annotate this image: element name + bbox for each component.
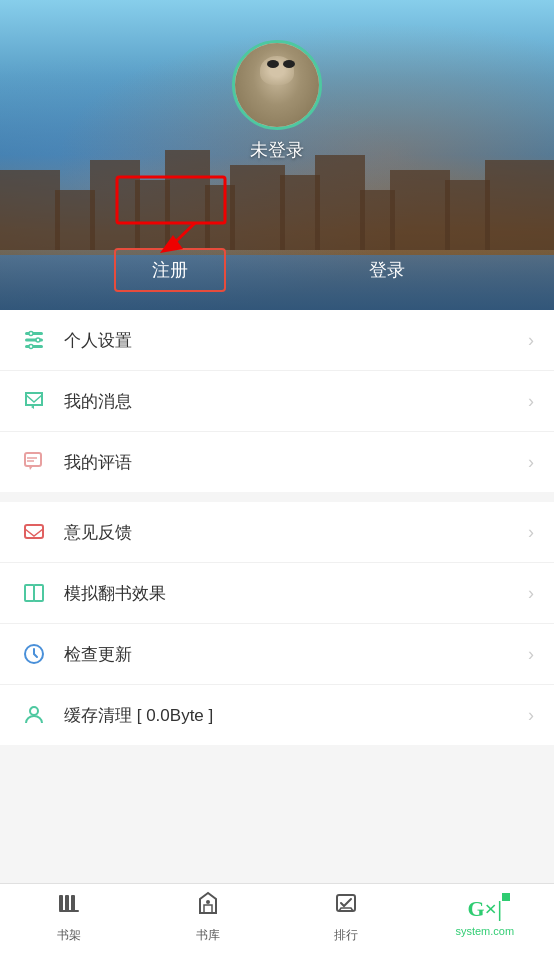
ranking-tab-label: 排行 [334, 927, 358, 944]
arrow-icon-6: › [528, 644, 534, 665]
login-button[interactable]: 登录 [333, 248, 441, 292]
library-tab-label: 书库 [196, 927, 220, 944]
menu-item-cache-clear[interactable]: 缓存清理 [ 0.0Byte ] › [0, 685, 554, 745]
menu-section-1: 个人设置 › 我的消息 › 我的评语 › [0, 310, 554, 492]
svg-point-7 [36, 338, 40, 342]
auth-buttons-area: 注册 登录 [0, 248, 554, 292]
tab-library[interactable]: 书库 [139, 889, 278, 944]
library-icon [194, 889, 222, 924]
tab-profile[interactable]: G×| system.com [416, 896, 555, 937]
avatar-image [235, 43, 319, 127]
menu-section-2: 意见反馈 › 模拟翻书效果 › 检查更新 › [0, 502, 554, 745]
personal-settings-label: 个人设置 [64, 329, 528, 352]
register-button[interactable]: 注册 [114, 248, 226, 292]
username-label: 未登录 [250, 138, 304, 162]
book-icon [20, 579, 48, 607]
menu-item-my-messages[interactable]: 我的消息 › [0, 371, 554, 432]
svg-rect-18 [59, 910, 79, 912]
bookshelf-tab-label: 书架 [57, 927, 81, 944]
svg-rect-5 [25, 345, 43, 348]
feedback-label: 意见反馈 [64, 521, 528, 544]
svg-rect-16 [65, 895, 69, 911]
feedback-icon [20, 518, 48, 546]
svg-rect-17 [71, 895, 75, 911]
cache-clear-label: 缓存清理 [ 0.0Byte ] [64, 704, 528, 727]
hero-section: 未登录 注册 登录 [0, 0, 554, 310]
svg-rect-15 [59, 895, 63, 911]
arrow-icon-1: › [528, 330, 534, 351]
svg-point-14 [30, 707, 38, 715]
tabbar: 书架 书库 排行 G×| system.com [0, 883, 554, 953]
clock-icon [20, 640, 48, 668]
arrow-icon-2: › [528, 391, 534, 412]
svg-rect-9 [25, 453, 41, 466]
tab-bookshelf[interactable]: 书架 [0, 889, 139, 944]
check-update-label: 检查更新 [64, 643, 528, 666]
arrow-icon-4: › [528, 522, 534, 543]
bookshelf-icon [55, 889, 83, 924]
comment-icon [20, 448, 48, 476]
menu-item-personal-settings[interactable]: 个人设置 › [0, 310, 554, 371]
avatar[interactable] [232, 40, 322, 130]
menu-area: 个人设置 › 我的消息 › 我的评语 › [0, 310, 554, 883]
svg-point-19 [206, 900, 210, 904]
gx-logo-text: G×| [468, 896, 503, 921]
menu-item-my-comments[interactable]: 我的评语 › [0, 432, 554, 492]
ranking-icon [332, 889, 360, 924]
avatar-area: 未登录 [232, 40, 322, 162]
menu-item-check-update[interactable]: 检查更新 › [0, 624, 554, 685]
gx-dot [502, 893, 510, 901]
arrow-icon-3: › [528, 452, 534, 473]
svg-point-8 [29, 345, 33, 349]
svg-rect-12 [34, 585, 43, 601]
person-icon [20, 701, 48, 729]
gx-tab-label: system.com [455, 925, 514, 937]
my-messages-label: 我的消息 [64, 390, 528, 413]
tab-ranking[interactable]: 排行 [277, 889, 416, 944]
my-comments-label: 我的评语 [64, 451, 528, 474]
arrow-icon-5: › [528, 583, 534, 604]
message-icon [20, 387, 48, 415]
arrow-icon-7: › [528, 705, 534, 726]
svg-rect-3 [25, 332, 43, 335]
svg-point-6 [29, 332, 33, 336]
flip-effect-label: 模拟翻书效果 [64, 582, 528, 605]
gx-logo-container: G×| [468, 896, 503, 922]
menu-item-feedback[interactable]: 意见反馈 › [0, 502, 554, 563]
svg-rect-11 [25, 585, 34, 601]
settings-icon [20, 326, 48, 354]
menu-item-flip-effect[interactable]: 模拟翻书效果 › [0, 563, 554, 624]
